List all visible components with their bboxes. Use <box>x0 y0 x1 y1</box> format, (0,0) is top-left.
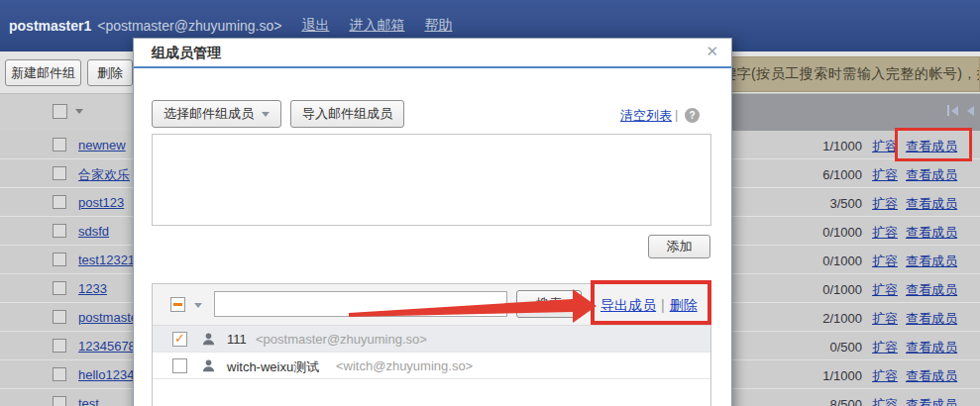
person-icon <box>201 332 216 350</box>
row-checkbox[interactable] <box>53 367 66 381</box>
header-dark-segment <box>694 94 980 131</box>
red-arrow-annotation <box>337 279 604 327</box>
pagination <box>947 105 974 116</box>
member-checkbox-checked[interactable] <box>172 332 187 347</box>
row-checkbox[interactable] <box>53 310 66 324</box>
row-checkbox[interactable] <box>53 138 66 152</box>
prev-page-icon[interactable] <box>967 106 974 116</box>
chevron-down-icon[interactable] <box>75 109 83 114</box>
help-link[interactable]: 帮助 <box>424 17 452 35</box>
group-name-link[interactable]: 合家欢乐 <box>78 166 130 184</box>
expand-link[interactable]: 扩容 <box>872 339 898 356</box>
member-name: witch-weixu测试 <box>227 358 319 376</box>
chevron-down-icon <box>262 112 270 117</box>
import-group-members-button[interactable]: 导入邮件组成员 <box>290 100 404 128</box>
group-name-link[interactable]: 1233 <box>78 281 107 296</box>
group-name-link[interactable]: test <box>78 396 99 406</box>
first-page-icon[interactable] <box>947 105 958 116</box>
view-members-link[interactable]: 查看成员 <box>906 339 957 356</box>
expand-link[interactable]: 扩容 <box>872 253 898 270</box>
logout-link[interactable]: 退出 <box>301 17 329 35</box>
view-members-link[interactable]: 查看成员 <box>906 310 957 328</box>
row-checkbox[interactable] <box>53 396 66 406</box>
view-members-link[interactable]: 查看成员 <box>906 253 957 270</box>
member-quota: 1/1000 <box>781 139 862 153</box>
expand-link[interactable]: 扩容 <box>872 166 898 184</box>
help-icon[interactable]: ? <box>685 108 700 123</box>
member-email: <postmaster@zhuyuming.so> <box>256 332 427 347</box>
admin-mail-page: postmaster1 <postmaster@zhuyuming.so> 退出… <box>0 0 980 406</box>
view-members-link[interactable]: 查看成员 <box>906 396 957 406</box>
close-icon[interactable]: ✕ <box>706 43 718 60</box>
clear-list-link[interactable]: 清空列表 <box>620 107 672 125</box>
member-email: <witch@zhuyuming.so> <box>336 358 473 373</box>
highlight-box-export-delete <box>591 280 711 325</box>
add-button[interactable]: 添加 <box>648 235 710 258</box>
member-quota: 2/1000 <box>781 311 862 326</box>
group-name-link[interactable]: sdsfd <box>78 224 109 239</box>
row-checkbox[interactable] <box>53 195 66 209</box>
member-quota: 1/1000 <box>781 368 862 383</box>
row-checkbox[interactable] <box>53 253 66 266</box>
select-all-checkbox[interactable] <box>53 104 67 119</box>
expand-link[interactable]: 扩容 <box>872 310 898 328</box>
view-members-link[interactable]: 查看成员 <box>906 224 957 242</box>
select-group-members-button[interactable]: 选择邮件组成员 <box>152 100 281 128</box>
member-row: witch-weixu测试 <witch@zhuyuming.so> <box>153 353 710 379</box>
user-email: <postmaster@zhuyuming.so> <box>97 18 281 34</box>
member-quota: 0/500 <box>781 340 862 355</box>
expand-link[interactable]: 扩容 <box>872 195 898 213</box>
view-members-link[interactable]: 查看成员 <box>906 367 957 385</box>
view-members-link[interactable]: 查看成员 <box>906 195 957 213</box>
view-members-link[interactable]: 查看成员 <box>906 281 957 299</box>
dialog-title: 组成员管理 <box>152 45 221 62</box>
row-checkbox[interactable] <box>53 339 66 353</box>
expand-link[interactable]: 扩容 <box>872 281 898 299</box>
person-icon <box>201 358 216 376</box>
highlight-box-view-members <box>895 128 972 161</box>
group-name-link[interactable]: post123 <box>78 195 124 210</box>
group-member-dialog: 组成员管理 ✕ 选择邮件组成员 导入邮件组成员 清空列表 | ? 添加 搜索 导… <box>133 38 732 406</box>
dialog-header: 组成员管理 ✕ <box>134 39 731 68</box>
pending-members-listbox[interactable] <box>152 134 711 226</box>
expand-link[interactable]: 扩容 <box>872 396 898 406</box>
member-quota: 3/500 <box>781 196 862 211</box>
member-row: 111 <postmaster@zhuyuming.so> <box>153 326 710 353</box>
member-quota: 0/1000 <box>781 225 862 240</box>
select-all-members-checkbox[interactable] <box>170 297 185 312</box>
expand-link[interactable]: 扩容 <box>872 224 898 242</box>
row-checkbox[interactable] <box>53 224 66 238</box>
member-quota: 8/500 <box>781 397 862 406</box>
row-checkbox[interactable] <box>53 281 66 295</box>
member-checkbox[interactable] <box>172 358 187 373</box>
delete-group-button[interactable]: 删除 <box>87 59 133 86</box>
view-members-link[interactable]: 查看成员 <box>906 166 957 184</box>
username: postmaster1 <box>9 18 91 34</box>
group-name-link[interactable]: newnew <box>78 138 126 152</box>
separator: | <box>675 107 678 122</box>
chevron-down-icon[interactable] <box>194 303 202 308</box>
new-mail-group-button[interactable]: 新建邮件组 <box>5 59 81 86</box>
member-name: 111 <box>227 332 247 347</box>
search-tip-text: 键字(按员工搜索时需输入完整的帐号)，按回 <box>722 65 980 83</box>
member-quota: 0/1000 <box>781 254 862 268</box>
row-checkbox[interactable] <box>53 166 66 180</box>
enter-mailbox-link[interactable]: 进入邮箱 <box>349 17 404 35</box>
expand-link[interactable]: 扩容 <box>872 367 898 385</box>
member-quota: 6/1000 <box>781 167 862 182</box>
member-quota: 0/1000 <box>781 282 862 297</box>
